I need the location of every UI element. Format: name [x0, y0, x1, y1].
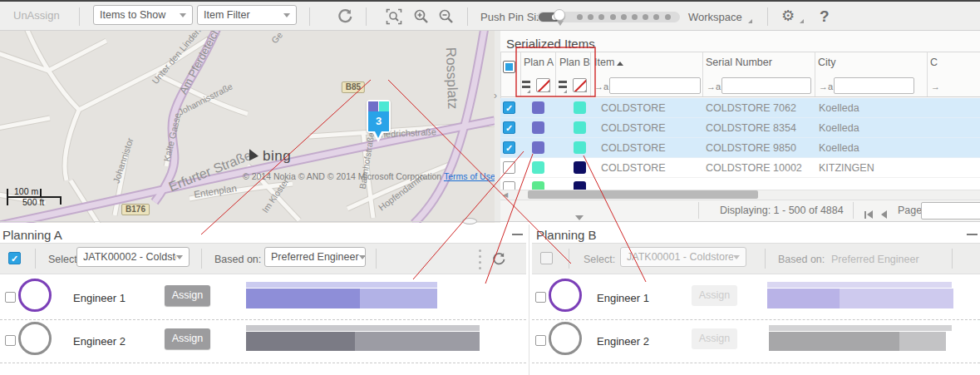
starts-with-filter-icon[interactable]: →: [931, 81, 940, 91]
items-to-show-dropdown[interactable]: Items to Show: [93, 5, 193, 25]
splitter-collapse-arrow[interactable]: [575, 215, 584, 220]
planning-a-select-value: JATK00002 - Coldstore (: [83, 251, 176, 263]
assign-button[interactable]: Assign: [165, 285, 210, 306]
table-row[interactable]: ✓COLDSTORECOLDSTORE 8354Koelleda: [500, 118, 980, 138]
splitter-grip[interactable]: [462, 218, 477, 225]
page-number-input[interactable]: [921, 202, 980, 220]
previous-page-button[interactable]: [881, 207, 887, 222]
schedule-bar-segment[interactable]: [769, 332, 899, 351]
horizontal-splitter[interactable]: [0, 221, 980, 222]
row-checkbox[interactable]: [503, 161, 515, 174]
toolbar-separator: [765, 249, 766, 269]
schedule-bar-segment[interactable]: [360, 289, 437, 308]
items-to-show-value: Items to Show: [100, 9, 165, 21]
row-checkbox[interactable]: ✓: [503, 101, 515, 114]
refresh-icon[interactable]: [337, 8, 353, 24]
schedule-bar-segment[interactable]: [246, 332, 355, 351]
row-checkbox[interactable]: ✓: [503, 141, 515, 154]
slider-step-dot[interactable]: [621, 14, 627, 20]
plan-a-color-swatch: [532, 181, 544, 190]
terms-of-use-link[interactable]: Terms of Use: [444, 171, 495, 181]
unassign-button[interactable]: UnAssign: [13, 9, 60, 22]
table-row[interactable]: ✓COLDSTORECOLDSTORE 9850Koelleda: [500, 138, 980, 158]
slider-step-dot[interactable]: [665, 14, 671, 20]
schedule-bar-segment[interactable]: [899, 332, 946, 351]
slider-step-dot[interactable]: [610, 14, 616, 20]
planning-b-select-label: Select:: [584, 254, 615, 265]
plan-b-color-swatch: [574, 141, 586, 154]
scrollbar-thumb[interactable]: [528, 190, 758, 199]
zoom-to-fit-icon[interactable]: [386, 8, 402, 25]
map-pushpin[interactable]: 3: [367, 100, 391, 133]
table-row[interactable]: [500, 178, 980, 190]
zoom-out-icon[interactable]: [438, 8, 455, 25]
panel-collapse-gutter[interactable]: [495, 31, 500, 223]
planning-b-collapse-button[interactable]: [967, 234, 978, 235]
serial-number-filter-input[interactable]: [721, 77, 811, 94]
planning-b-select-dropdown[interactable]: JATK00001 - Coldstore (: [620, 247, 746, 267]
row-checkbox[interactable]: ✓: [503, 121, 515, 134]
help-icon[interactable]: ?: [820, 7, 830, 26]
assign-button: Assign: [692, 285, 737, 306]
column-header-partial[interactable]: C: [930, 57, 938, 68]
assign-button[interactable]: Assign: [165, 328, 210, 349]
corner-triangle-icon: [800, 19, 804, 23]
zoom-in-icon[interactable]: [413, 8, 430, 25]
scale-bar: [60, 196, 62, 205]
gear-icon[interactable]: ⚙: [781, 8, 795, 23]
row-checkbox[interactable]: [503, 181, 515, 190]
planning-a-refresh-icon[interactable]: [492, 252, 506, 266]
column-header-serial-number[interactable]: Serial Number: [706, 57, 772, 68]
slider-step-dot[interactable]: [577, 14, 583, 20]
scroll-left-arrow-icon[interactable]: ◀: [503, 191, 508, 199]
schedule-bar-segment[interactable]: [840, 289, 953, 308]
drag-handle-dots[interactable]: [479, 249, 481, 273]
item-filter-input[interactable]: [609, 77, 701, 94]
engineer-checkbox[interactable]: [535, 335, 546, 346]
column-header-item[interactable]: Item: [594, 57, 623, 68]
city-cell: Koelleda: [819, 102, 859, 114]
planning-b-based-on-value: Preferred Engineer: [831, 254, 919, 265]
starts-with-filter-icon[interactable]: →a: [594, 81, 608, 91]
select-all-checkbox[interactable]: [503, 61, 515, 73]
bing-logo-text: bing: [263, 148, 291, 165]
city-filter-input[interactable]: [834, 77, 914, 94]
item-filter-dropdown[interactable]: Item Filter: [197, 5, 297, 25]
schedule-bar-segment[interactable]: [246, 289, 360, 308]
planning-a-select-dropdown[interactable]: JATK00002 - Coldstore (: [76, 247, 190, 267]
engineer-checkbox[interactable]: [5, 292, 16, 303]
chevron-down-icon: [180, 13, 186, 17]
engineer-checkbox[interactable]: [5, 335, 16, 346]
first-page-button[interactable]: [864, 207, 873, 222]
starts-with-filter-icon[interactable]: →a: [819, 81, 833, 91]
column-header-plan-a[interactable]: Plan A: [524, 57, 554, 68]
scale-metric-label: 100 m: [14, 186, 38, 196]
toolbar-separator: [569, 249, 569, 269]
status-separator: [698, 202, 699, 219]
planning-a-checkbox[interactable]: ✓: [8, 252, 21, 264]
planning-a-collapse-button[interactable]: [512, 234, 523, 235]
status-separator: [853, 202, 854, 219]
column-header-city[interactable]: City: [818, 57, 836, 68]
column-header-plan-b[interactable]: Plan B: [559, 57, 590, 68]
slider-step-dot[interactable]: [632, 14, 638, 20]
workspace-menu[interactable]: Workspace: [688, 11, 742, 23]
chevron-right-icon[interactable]: ›: [494, 90, 497, 101]
schedule-bar-segment[interactable]: [355, 332, 480, 351]
planning-a-based-on-dropdown[interactable]: Preferred Engineer: [264, 247, 366, 267]
table-row[interactable]: ✓COLDSTORECOLDSTORE 7062Koelleda: [500, 98, 980, 118]
map-panel[interactable]: Unter den LindenAm PferdeteichJohannisst…: [0, 31, 495, 223]
schedule-strip-bar: [767, 282, 952, 288]
planning-b-select-value: JATK00001 - Coldstore (: [627, 251, 733, 263]
engineer-checkbox[interactable]: [535, 292, 546, 303]
slider-thumb[interactable]: [554, 9, 565, 21]
starts-with-filter-icon[interactable]: →a: [707, 81, 721, 91]
column-divider: [555, 52, 556, 96]
city-cell: Koelleda: [819, 142, 859, 154]
table-row[interactable]: COLDSTORECOLDSTORE 10002KITZINGEN: [500, 158, 980, 178]
schedule-strip-bar: [246, 325, 480, 331]
planning-b-checkbox[interactable]: [540, 252, 553, 264]
planning-panels-divider[interactable]: [529, 225, 529, 375]
schedule-bar-segment[interactable]: [767, 289, 840, 308]
row-separator: [0, 363, 526, 363]
